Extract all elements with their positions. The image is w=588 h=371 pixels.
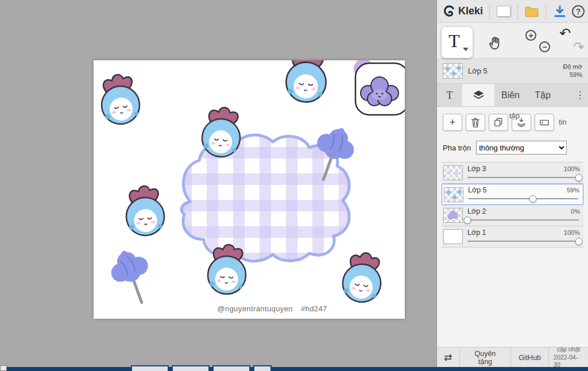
slider-knob[interactable]	[464, 217, 471, 224]
swap-panel-side-button[interactable]: ⇄	[437, 351, 459, 364]
folder-icon	[525, 6, 539, 17]
layer-actions-row: +	[442, 110, 583, 136]
panel-footer: ⇄ Quyên tặng GitHub cập nhật 2022-04-30	[437, 347, 588, 368]
layer-opacity-slider[interactable]	[467, 237, 579, 245]
drawing-canvas[interactable]: @nguyentrantuquyen#hd247	[94, 60, 405, 319]
slider-knob[interactable]	[529, 195, 537, 203]
download-icon	[554, 5, 566, 18]
duplicate-layer-button[interactable]	[489, 114, 508, 131]
layer-thumbnail	[443, 165, 463, 180]
taskbar-window-thumbnail[interactable]	[131, 365, 169, 371]
artist-signature: @nguyentrantuquyen#hd247	[117, 304, 428, 313]
tab-text[interactable]: T	[437, 84, 462, 106]
layer-thumbnail	[443, 208, 463, 223]
windows-taskbar[interactable]	[0, 367, 588, 371]
donate-button[interactable]: Quyên tặng	[460, 347, 511, 368]
tab-text-label: T	[446, 89, 453, 102]
divider	[546, 3, 546, 20]
plus-icon: +	[528, 32, 533, 40]
tab-layers[interactable]	[462, 84, 494, 106]
history-controls: ↶ ↷	[557, 25, 586, 55]
layer-opacity-slider[interactable]	[468, 195, 578, 203]
artwork	[94, 60, 405, 319]
open-file-button[interactable]	[522, 2, 541, 21]
taskbar-corner[interactable]	[0, 365, 7, 371]
divider	[517, 3, 518, 20]
layer-thumbnail	[443, 229, 463, 244]
update-label: cập nhật	[557, 346, 580, 354]
kleki-side-panel: Kleki ? T + −	[436, 0, 588, 368]
tab-file[interactable]: Tập	[527, 84, 559, 106]
tab-edge[interactable]: Biên	[494, 84, 527, 106]
layer-opacity-value: 100%	[564, 165, 580, 172]
duplicate-icon	[493, 117, 504, 127]
tab-edge-label: Biên	[501, 90, 520, 101]
rename-layer-button[interactable]	[535, 114, 554, 131]
blend-mode-select[interactable]: thông thường	[476, 141, 567, 154]
slider-knob[interactable]	[575, 238, 583, 245]
github-link[interactable]: GitHub	[511, 347, 548, 368]
kleki-logo[interactable]: Kleki	[440, 5, 485, 18]
signature-handle: @nguyentrantuquyen	[217, 304, 293, 313]
zoom-out-button[interactable]: −	[539, 41, 550, 52]
save-download-button[interactable]	[550, 2, 570, 21]
layer-name: Lớp 3	[467, 165, 486, 173]
add-layer-button[interactable]: +	[443, 114, 462, 131]
layer-thumbnail	[444, 187, 463, 202]
current-layer-name: Lớp 5	[468, 67, 488, 75]
layer-name: Lớp 1	[467, 229, 486, 237]
current-layer-thumbnail[interactable]	[443, 63, 463, 79]
undo-button[interactable]: ↶	[559, 26, 571, 40]
blank-canvas-icon	[497, 6, 510, 17]
zoom-controls: + −	[522, 29, 555, 55]
panel-tabs: T Biên Tập ⋮	[437, 84, 588, 107]
layer-opacity-slider[interactable]	[467, 216, 579, 224]
blend-mode-label: Pha trộn	[443, 144, 471, 152]
help-button[interactable]: ?	[572, 5, 585, 18]
layer-opacity-value: 100%	[564, 229, 580, 236]
kleki-logo-icon	[443, 5, 456, 18]
text-tool-button[interactable]: T	[442, 27, 473, 58]
layer-opacity-value: 59%	[567, 187, 579, 194]
blend-mode-row: Pha trộn thông thường	[442, 141, 583, 154]
layers-panel: +	[437, 107, 588, 347]
tab-more[interactable]: ⋮	[572, 84, 588, 106]
layer-opacity-value: 0%	[571, 208, 580, 215]
delete-layer-button[interactable]	[466, 114, 485, 131]
opacity-readout: Độ mờ 59%	[563, 63, 583, 79]
redo-button[interactable]: ↷	[573, 40, 585, 54]
layer-name: Lớp 5	[468, 186, 487, 194]
vertical-dots-icon: ⋮	[575, 89, 585, 101]
background-text-tap: tập	[509, 111, 520, 120]
divider	[489, 3, 490, 20]
signature-tag: #hd247	[301, 304, 327, 313]
layers-icon	[473, 89, 485, 101]
tab-file-label: Tập	[535, 90, 551, 101]
taskbar-window-thumbnail[interactable]	[212, 365, 250, 371]
zoom-in-button[interactable]: +	[525, 30, 536, 41]
taskbar-window-thumbnail[interactable]	[253, 365, 272, 371]
new-image-button[interactable]	[494, 2, 513, 21]
layer-row-lop-3[interactable]: Lớp 3 100%	[442, 163, 583, 184]
taskbar-window-thumbnail[interactable]	[172, 365, 210, 371]
hand-tool-button[interactable]	[483, 31, 506, 54]
question-mark-icon: ?	[576, 7, 581, 16]
layer-opacity-slider[interactable]	[467, 173, 579, 181]
layer-name: Lớp 2	[467, 207, 486, 215]
opacity-value: 59%	[570, 71, 582, 79]
chevron-down-icon	[463, 48, 469, 51]
current-layer-bar: Lớp 5 Độ mờ 59%	[437, 59, 588, 84]
layer-row-lop-1[interactable]: Lớp 1 100%	[442, 226, 583, 248]
update-info: cập nhật 2022-04-30	[548, 347, 588, 368]
background-text-tin: tin	[559, 118, 567, 126]
tool-row: T + − ↶ ↷	[437, 23, 588, 59]
slider-knob[interactable]	[575, 174, 583, 181]
trash-icon	[470, 117, 481, 127]
layer-row-lop-2[interactable]: Lớp 2 0%	[442, 205, 583, 226]
minus-icon: −	[542, 43, 547, 51]
opacity-label: Độ mờ	[563, 63, 583, 71]
app-title: Kleki	[458, 5, 483, 17]
top-toolbar: Kleki ?	[437, 0, 588, 23]
layer-row-lop-5[interactable]: Lớp 5 59%	[442, 184, 583, 205]
plus-icon: +	[450, 117, 456, 129]
